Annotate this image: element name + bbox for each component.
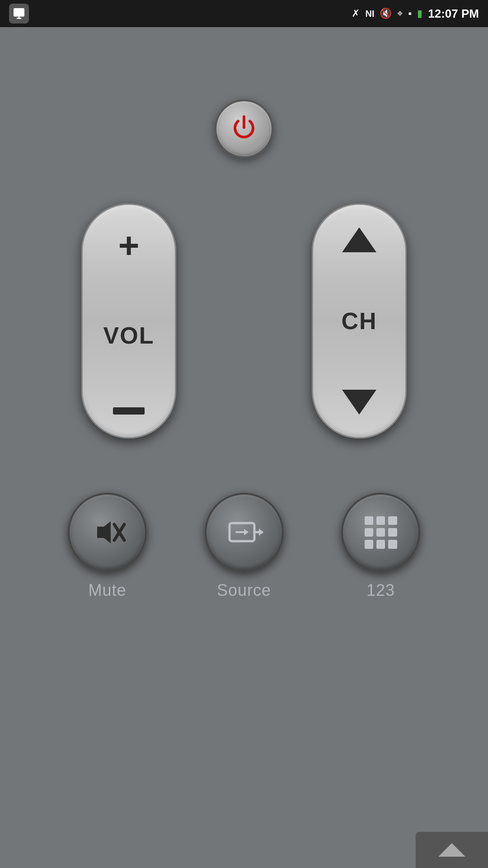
- svg-rect-0: [14, 8, 24, 17]
- wifi-icon: ⌖: [397, 8, 403, 19]
- app-icon: [9, 4, 29, 24]
- source-wrap: Source: [205, 493, 284, 600]
- controls-row: + VOL CH: [81, 203, 407, 439]
- sound-off-icon: 🔇: [380, 8, 392, 19]
- ch-label: CH: [341, 307, 377, 335]
- svg-marker-11: [244, 529, 249, 535]
- grid-icon: [365, 516, 397, 549]
- mute-icon: [88, 513, 127, 552]
- mute-wrap: Mute: [68, 493, 147, 600]
- tv-remote-icon: [12, 6, 26, 21]
- nfc-icon: NI: [365, 9, 374, 19]
- source-button[interactable]: [205, 493, 284, 572]
- bluetooth-icon: ✗: [352, 8, 360, 19]
- ch-button[interactable]: CH: [312, 203, 407, 439]
- ch-up-icon: [342, 227, 376, 252]
- numpad-label: 123: [366, 581, 395, 600]
- power-button[interactable]: [215, 99, 273, 158]
- svg-rect-2: [19, 17, 20, 18]
- svg-rect-1: [17, 18, 22, 19]
- status-left: [9, 4, 29, 24]
- bottom-bar[interactable]: [416, 832, 488, 868]
- mute-button[interactable]: [68, 493, 147, 572]
- battery-icon: ▮: [417, 8, 422, 19]
- status-right: ✗ NI 🔇 ⌖ ▪ ▮ 12:07 PM: [352, 7, 479, 21]
- remote-container: + VOL CH Mute: [0, 27, 488, 868]
- source-icon: [225, 513, 263, 552]
- power-button-area: [215, 99, 273, 158]
- chevron-up-icon: [438, 843, 465, 857]
- vol-label: VOL: [103, 322, 155, 349]
- status-bar: ✗ NI 🔇 ⌖ ▪ ▮ 12:07 PM: [0, 0, 488, 27]
- bottom-buttons: Mute Source: [68, 493, 420, 600]
- ch-down-icon: [342, 390, 376, 415]
- vol-plus-icon: +: [118, 227, 140, 264]
- mute-label: Mute: [88, 581, 126, 600]
- svg-marker-4: [97, 521, 111, 543]
- svg-marker-9: [259, 528, 263, 536]
- numpad-button[interactable]: [341, 493, 420, 572]
- power-icon: [228, 113, 260, 145]
- vol-button[interactable]: + VOL: [81, 203, 176, 439]
- vol-minus-icon: [113, 407, 145, 415]
- source-label: Source: [217, 581, 271, 600]
- status-time: 12:07 PM: [428, 7, 479, 21]
- numpad-wrap: 123: [341, 493, 420, 600]
- signal-icon: ▪: [408, 8, 412, 19]
